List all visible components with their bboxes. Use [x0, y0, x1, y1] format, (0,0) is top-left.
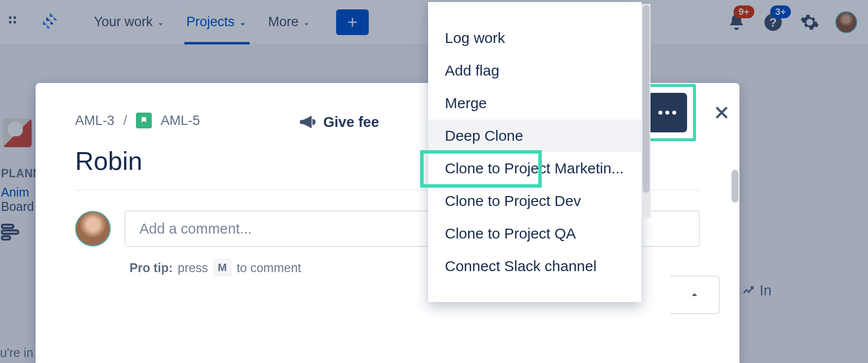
- menu-item-clone-dev[interactable]: Clone to Project Dev: [428, 185, 642, 217]
- menu-item-deep-clone[interactable]: Deep Clone: [428, 120, 642, 152]
- insights-link-peek[interactable]: In: [742, 276, 772, 305]
- dialog-actions: [639, 84, 734, 141]
- issue-actions-menu: Log work Add flag Merge Deep Clone Clone…: [428, 2, 642, 302]
- menu-item-merge[interactable]: Merge: [428, 87, 642, 120]
- story-issue-type-icon: [136, 113, 152, 128]
- menu-item-log-work[interactable]: Log work: [428, 22, 642, 54]
- menu-scrollbar-thumb[interactable]: [643, 5, 650, 193]
- current-user-avatar: [75, 211, 111, 246]
- svg-point-10: [665, 111, 669, 115]
- insights-label: In: [760, 282, 772, 299]
- give-feedback-link[interactable]: Give fee: [298, 113, 379, 131]
- svg-point-9: [658, 111, 662, 115]
- pro-tip-press: press: [178, 261, 208, 275]
- dialog-scrollbar-thumb[interactable]: [732, 170, 738, 202]
- breadcrumb-separator: /: [124, 113, 128, 128]
- pro-tip-suffix: to comment: [237, 261, 302, 275]
- give-feedback-label: Give fee: [323, 114, 379, 130]
- close-dialog-button[interactable]: [710, 101, 734, 124]
- menu-item-clone-marketing[interactable]: Clone to Project Marketin...: [428, 152, 642, 185]
- menu-scrollbar-track[interactable]: [642, 4, 651, 217]
- menu-item-add-flag[interactable]: Add flag: [428, 54, 642, 87]
- parent-issue-link[interactable]: AML-3: [75, 113, 115, 128]
- svg-point-11: [672, 111, 676, 115]
- comment-placeholder: Add a comment...: [139, 221, 252, 237]
- details-collapse-toggle[interactable]: [670, 276, 720, 314]
- issue-key-link[interactable]: AML-5: [161, 113, 200, 128]
- more-actions-button[interactable]: [648, 93, 687, 132]
- pro-tip-label: Pro tip:: [130, 261, 173, 275]
- keyboard-key-m: M: [213, 259, 232, 277]
- menu-item-connect-slack[interactable]: Connect Slack channel: [428, 250, 642, 282]
- menu-item-clone-qa[interactable]: Clone to Project QA: [428, 217, 642, 250]
